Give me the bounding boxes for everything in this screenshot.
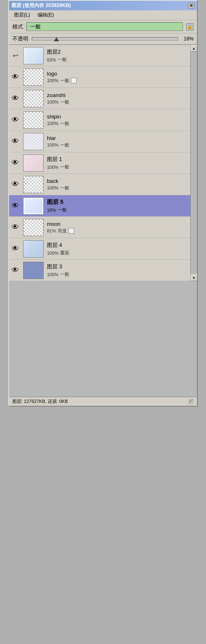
layer-mode: 一般	[58, 207, 67, 213]
eye-icon[interactable]: 👁	[9, 244, 21, 253]
lock-icon[interactable]: 🔒	[186, 23, 194, 31]
layer-name: 图层 3	[47, 263, 189, 270]
layer-row[interactable]: 👁logo100% 一般	[9, 66, 190, 88]
layer-name: back	[47, 178, 189, 184]
opacity-label: 不透明	[12, 35, 28, 43]
layers-list: ↩图层263% 一般👁logo100% 一般👁zuanshi100% 一般👁sh…	[9, 45, 190, 281]
layer-thumbnail	[23, 90, 44, 107]
layer-meta: 100% 覆面	[47, 250, 189, 256]
layer-name: hiar	[47, 135, 189, 141]
layer-info: moon81% 亮度	[45, 220, 190, 235]
layer-row[interactable]: 👁zuanshi100% 一般	[9, 88, 190, 109]
layer-meta: 100% 一般	[47, 99, 189, 105]
layer-row[interactable]: 👁back100% 一般	[9, 174, 190, 195]
eye-icon[interactable]: 👁	[9, 159, 21, 167]
layer-opacity: 100%	[47, 251, 59, 256]
eye-icon[interactable]: 👁	[9, 266, 21, 275]
layer-row[interactable]: 👁图层 518% 一般	[9, 195, 190, 217]
eye-icon[interactable]: 👁	[9, 94, 21, 103]
layer-thumbnail	[23, 176, 44, 193]
scroll-up-button[interactable]: ▲	[191, 45, 197, 52]
layer-mode: 覆面	[60, 250, 69, 256]
layer-mode: 一般	[60, 78, 69, 84]
layer-row[interactable]: 👁图层 1100% 一般	[9, 152, 190, 174]
layer-mode: 一般	[60, 271, 69, 277]
visibility-toggle[interactable]: 👁	[12, 159, 19, 167]
visibility-toggle[interactable]: 👁	[12, 266, 19, 275]
layer-name: 图层 1	[47, 156, 189, 163]
resize-handle[interactable]	[189, 399, 194, 404]
layer-info: hiar100% 一般	[45, 134, 190, 149]
layer-mode: 一般	[60, 99, 69, 105]
layers-container: ↩图层263% 一般👁logo100% 一般👁zuanshi100% 一般👁sh…	[9, 45, 197, 281]
layer-row[interactable]: 👁图层 3100% 一般	[9, 260, 190, 281]
layer-opacity: 100%	[47, 185, 59, 190]
visibility-toggle[interactable]: 👁	[12, 116, 19, 124]
layer-thumbnail	[23, 47, 44, 64]
scroll-track[interactable]	[191, 52, 197, 275]
visibility-toggle[interactable]: 👁	[12, 180, 19, 189]
close-button[interactable]: ✕	[188, 3, 194, 9]
eye-icon[interactable]: 👁	[9, 223, 21, 232]
opacity-value: 18%	[181, 36, 194, 42]
layer-mode: 一般	[60, 121, 69, 127]
eye-icon[interactable]: 👁	[9, 116, 21, 124]
visibility-toggle[interactable]: 👁	[12, 244, 19, 253]
eye-icon[interactable]: 👁	[9, 73, 21, 81]
layer-row[interactable]: 👁moon81% 亮度	[9, 217, 190, 238]
layer-row[interactable]: 👁hiar100% 一般	[9, 131, 190, 152]
layer-name: zuanshi	[47, 92, 189, 98]
layers-menu[interactable]: 图层(L)	[12, 11, 32, 19]
layer-meta: 18% 一般	[47, 207, 189, 213]
layer-opacity: 18%	[47, 208, 56, 213]
visibility-toggle[interactable]: 👁	[12, 137, 19, 146]
layer-opacity: 81%	[47, 228, 56, 233]
layer-name: 图层2	[47, 48, 189, 56]
eye-icon[interactable]: 👁	[9, 137, 21, 146]
layer-meta: 100% 一般	[47, 185, 189, 191]
layer-info: 图层 4100% 覆面	[45, 241, 190, 257]
layer-meta: 63% 一般	[47, 57, 189, 63]
empty-area	[9, 281, 197, 397]
opacity-slider[interactable]	[32, 37, 178, 40]
visibility-toggle[interactable]: 👁	[12, 223, 19, 232]
layer-info: 图层 518% 一般	[45, 198, 190, 214]
layer-opacity: 100%	[47, 272, 59, 277]
mode-input[interactable]	[26, 22, 183, 31]
eye-icon[interactable]: 👁	[9, 201, 21, 210]
scroll-down-button[interactable]: ▼	[191, 275, 197, 281]
visibility-toggle[interactable]: 👁	[12, 94, 19, 103]
layer-thumbnail	[23, 111, 44, 129]
scrollbar: ▲ ▼	[190, 45, 197, 281]
layer-thumbnail	[23, 219, 44, 236]
layer-thumbnail	[23, 240, 44, 258]
opacity-thumb	[54, 37, 59, 41]
eye-icon[interactable]: 👁	[9, 180, 21, 189]
layer-name: 图层 5	[47, 199, 189, 206]
layer-name: moon	[47, 221, 189, 227]
layer-thumbnail	[23, 197, 44, 215]
layer-thumbnail	[23, 154, 44, 172]
layer-badge	[68, 228, 74, 234]
window-title: 图层 (使用内存 203828KB)	[12, 2, 71, 9]
layer-opacity: 100%	[47, 99, 59, 104]
layer-info: 图层 3100% 一般	[45, 262, 190, 278]
visibility-toggle[interactable]: 👁	[12, 201, 19, 210]
layer-opacity: 63%	[47, 57, 56, 62]
layer-info: logo100% 一般	[45, 70, 190, 85]
layer-name: shipin	[47, 114, 189, 120]
layer-mode: 一般	[60, 164, 69, 170]
toolbar: 模式 🔒	[9, 20, 197, 33]
edit-menu[interactable]: 编辑(E)	[36, 11, 56, 19]
link-icon[interactable]: ↩	[13, 52, 18, 59]
eye-icon[interactable]: ↩	[9, 52, 21, 59]
layer-meta: 100% 一般	[47, 271, 189, 277]
layer-row[interactable]: 👁图层 4100% 覆面	[9, 238, 190, 260]
layer-name: 图层 4	[47, 242, 189, 249]
layer-row[interactable]: 👁shipin100% 一般	[9, 109, 190, 131]
layer-mode: 一般	[58, 57, 67, 63]
layer-row[interactable]: ↩图层263% 一般	[9, 45, 190, 66]
visibility-toggle[interactable]: 👁	[12, 73, 19, 81]
layer-name: logo	[47, 71, 189, 77]
layer-meta: 100% 一般	[47, 121, 189, 127]
